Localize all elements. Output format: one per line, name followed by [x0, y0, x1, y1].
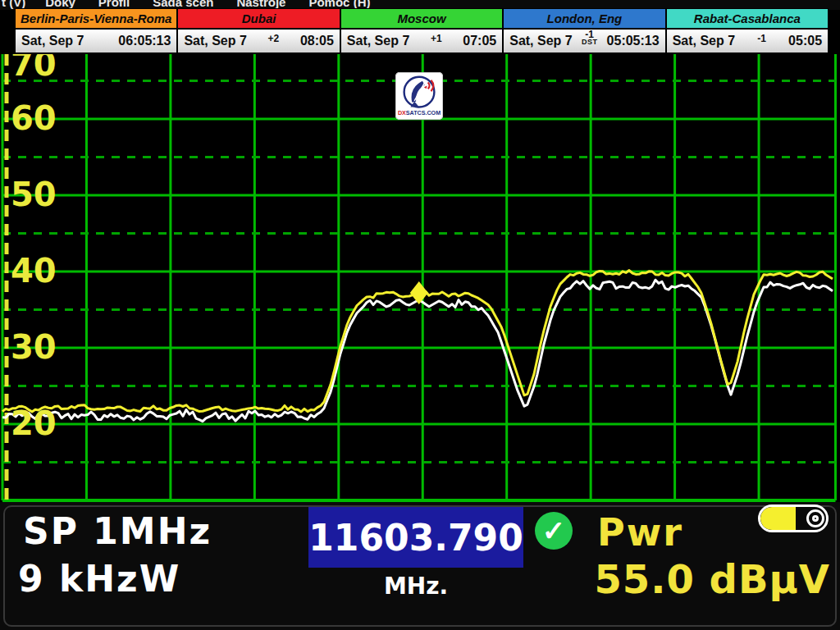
y-axis-tick-label: 40	[11, 252, 57, 290]
clock-time: 06:05:13	[118, 34, 171, 48]
clock-utc-offset: -1	[757, 33, 766, 44]
clock-moscow[interactable]: Moscow Sat, Sep 7 +1 07:05	[340, 8, 503, 53]
span-setting-label: SP 1MHz	[23, 510, 212, 552]
world-clock-panel: Berlin-Paris-Vienna-Roma Sat, Sep 7 06:0…	[15, 8, 829, 53]
y-axis-tick-label: 30	[11, 328, 57, 366]
clock-time: 07:05	[463, 34, 496, 48]
toggle-fill	[760, 507, 796, 530]
spectrum-analyzer-screen: t (V) Doky Profil Sada scén Nástroje Pom…	[0, 0, 840, 630]
clock-date: Sat, Sep 7	[21, 34, 84, 48]
lock-check-icon: ✓	[535, 512, 573, 550]
bottom-readout-bar: SP 1MHz 9 kHzW 11603.790 MHz. ✓ Pwr 55.0…	[0, 502, 840, 630]
y-axis-tick-label: 50	[11, 176, 57, 213]
clock-time-row: Sat, Sep 7 +1 07:05	[341, 30, 502, 52]
frequency-unit-label: MHz.	[308, 573, 523, 600]
clock-rabat-casablanca[interactable]: Rabat-Casablanca Sat, Sep 7 -1 05:05	[666, 8, 829, 53]
frequency-display[interactable]: 11603.790	[308, 507, 523, 568]
frequency-value: 11603.790	[308, 517, 523, 559]
clock-time-row: Sat, Sep 7 -1 05:05	[667, 30, 828, 52]
satellite-dish-icon: DXSATCS.COM	[395, 72, 443, 120]
power-value: 55.0 dBµV	[594, 556, 830, 602]
y-axis-tick-label: 70	[11, 54, 57, 83]
clock-date: Sat, Sep 7	[184, 34, 246, 48]
bandwidth-setting-label: 9 kHzW	[18, 558, 180, 600]
power-label: Pwr	[597, 510, 683, 555]
clock-time: 05:05	[788, 34, 822, 48]
clock-time-row: Sat, Sep 7 +2 08:05	[178, 30, 339, 52]
clock-time-row: Sat, Sep 7 06:05:13	[16, 30, 176, 52]
check-glyph: ✓	[542, 514, 566, 547]
clock-berlin-paris-vienna-roma[interactable]: Berlin-Paris-Vienna-Roma Sat, Sep 7 06:0…	[15, 8, 177, 53]
toggle-knob-center-icon	[812, 515, 819, 522]
clock-london[interactable]: London, Eng Sat, Sep 7 -1 DST 05:05:13	[503, 8, 665, 53]
svg-text:DXSATCS.COM: DXSATCS.COM	[398, 110, 441, 116]
spectrum-svg: 706050403020	[0, 54, 840, 502]
clock-city-label: Berlin-Paris-Vienna-Roma	[16, 9, 176, 30]
y-axis-tick-label: 20	[11, 404, 57, 442]
clock-dst-note: DST	[573, 39, 607, 45]
clock-utc-offset: +1	[431, 33, 442, 44]
clock-city-label: Moscow	[341, 9, 502, 30]
clock-time-row: Sat, Sep 7 -1 DST 05:05:13	[504, 30, 664, 52]
y-axis-tick-label: 60	[11, 99, 57, 137]
clock-date: Sat, Sep 7	[673, 34, 735, 48]
power-toggle[interactable]	[758, 504, 829, 532]
clock-date: Sat, Sep 7	[347, 34, 409, 48]
clock-city-label: London, Eng	[504, 9, 664, 30]
clock-date: Sat, Sep 7	[509, 34, 572, 48]
clock-dubai[interactable]: Dubai Sat, Sep 7 +2 08:05	[177, 8, 340, 53]
dxsatcs-logo: DXSATCS.COM	[395, 72, 443, 120]
clock-utc-offset: +2	[268, 33, 280, 44]
tuned-frequency-marker-icon	[410, 281, 428, 304]
spectrum-plot[interactable]: 706050403020	[0, 54, 840, 502]
clock-city-label: Dubai	[178, 9, 339, 30]
clock-city-label: Rabat-Casablanca	[667, 9, 828, 30]
clock-time: 05:05:13	[607, 34, 660, 48]
clock-time: 08:05	[300, 34, 334, 48]
